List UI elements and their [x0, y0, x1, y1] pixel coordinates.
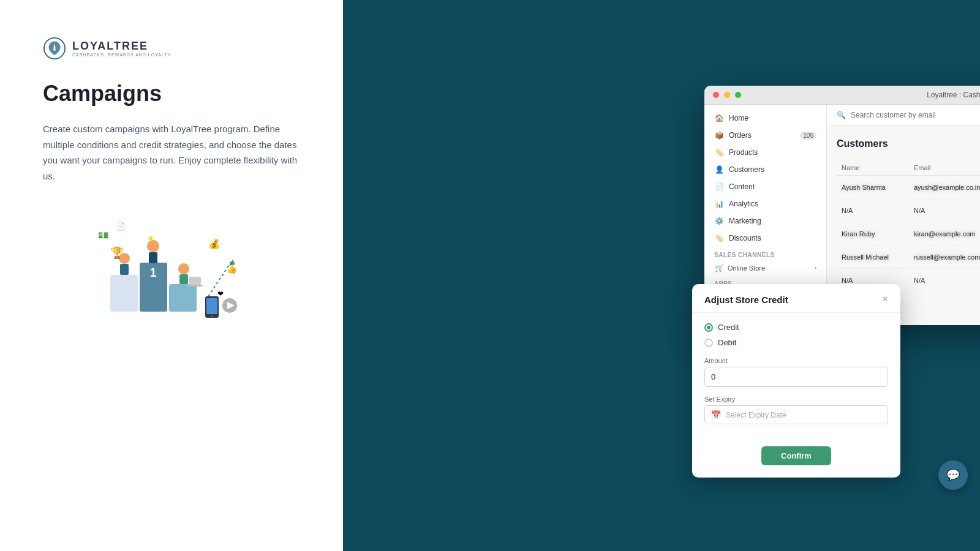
credit-radio-button[interactable]	[704, 323, 713, 332]
sidebar-item-home[interactable]: 🏠 Home	[704, 110, 826, 127]
orders-badge: 105	[800, 132, 816, 140]
search-icon: 🔍	[837, 111, 846, 119]
table-header: Name Email Credited Balance Total Utiliz…	[837, 160, 980, 176]
col-email: Email	[909, 160, 980, 176]
svg-rect-8	[120, 264, 129, 275]
cell-name: Kiran Ruby	[837, 222, 909, 246]
illustration: 1 🏆 ★ 💰 👍	[43, 211, 300, 321]
sidebar-item-products[interactable]: 🏷️ Products	[704, 144, 826, 161]
set-expiry-label: Set Expiry	[704, 395, 888, 403]
dialog-title: Adjust Store Credit	[704, 294, 788, 305]
sidebar-item-marketing-label: Marketing	[729, 217, 761, 225]
content-icon: 📄	[714, 182, 724, 191]
svg-text:1: 1	[149, 266, 156, 279]
customers-header: Customers Issue store credit	[837, 136, 980, 152]
svg-rect-15	[189, 277, 201, 285]
sidebar-item-discounts-label: Discounts	[729, 234, 761, 242]
window-max-dot[interactable]	[735, 92, 741, 98]
expiry-date-input[interactable]: 📅 Select Expiry Date	[704, 405, 888, 424]
cell-email: ayush@example.co.in	[909, 176, 980, 199]
cell-email: russell@example.com	[909, 246, 980, 269]
cell-name: N/A	[837, 199, 909, 222]
chevron-right-icon: ›	[815, 265, 816, 271]
home-icon: 🏠	[714, 114, 724, 122]
svg-rect-25	[206, 298, 217, 314]
table-row: Ayush Sharma ayush@example.co.in 34.5K I…	[837, 176, 980, 199]
analytics-icon: 📊	[714, 200, 724, 208]
cell-name: Ayush Sharma	[837, 176, 909, 199]
svg-rect-3	[110, 275, 138, 312]
page-title: Campaigns	[43, 81, 300, 107]
sidebar-item-analytics[interactable]: 📊 Analytics	[704, 195, 826, 212]
customers-table: Name Email Credited Balance Total Utiliz…	[837, 160, 980, 292]
cell-email: N/A	[909, 269, 980, 292]
credit-radio-label: Credit	[718, 323, 739, 332]
sidebar-item-customers[interactable]: 👤 Customers	[704, 161, 826, 178]
svg-rect-5	[169, 284, 197, 312]
logo-text: LOYALTREE CASHBACKS, REWARDS AND LOYALTY	[72, 40, 171, 57]
table-body: Ayush Sharma ayush@example.co.in 34.5K I…	[837, 176, 980, 292]
products-icon: 🏷️	[714, 148, 724, 157]
radio-group: Credit Debit	[704, 323, 888, 347]
cell-name: Russell Michael	[837, 246, 909, 269]
table-row: Kiran Ruby kiran@example.com 58.00 INR 2…	[837, 222, 980, 246]
online-store-label: Online Store	[728, 264, 765, 272]
orders-icon: 📦	[714, 131, 724, 140]
sidebar-item-discounts[interactable]: 🏷️ Discounts	[704, 230, 826, 247]
chat-bubble[interactable]: 💬	[938, 460, 968, 490]
window-titlebar: Loyaltree : Cashbacks & Reward 👤	[704, 86, 980, 105]
svg-point-13	[178, 263, 189, 274]
chat-icon: 💬	[946, 468, 960, 482]
sidebar-item-orders-label: Orders	[729, 131, 752, 140]
sidebar-item-content-label: Content	[729, 182, 755, 191]
online-store-icon: 🛒	[714, 264, 724, 272]
sidebar-item-content[interactable]: 📄 Content	[704, 178, 826, 195]
window-close-dot[interactable]	[713, 92, 719, 98]
calendar-icon: 📅	[711, 410, 721, 419]
svg-rect-16	[187, 285, 203, 287]
svg-text:💰: 💰	[208, 238, 221, 250]
confirm-button[interactable]: Confirm	[761, 446, 831, 465]
logo-tagline: CASHBACKS, REWARDS AND LOYALTY	[72, 53, 171, 57]
logo-name: LOYALTREE	[72, 40, 171, 53]
customers-title: Customers	[837, 138, 888, 149]
debit-radio-item[interactable]: Debit	[704, 338, 888, 347]
campaigns-description: Create custom campaigns with LoyalTree p…	[43, 121, 300, 184]
window-title: Loyaltree : Cashbacks & Reward	[746, 91, 980, 99]
right-panel: Loyaltree : Cashbacks & Reward 👤 🏠 Home …	[343, 0, 980, 551]
svg-rect-14	[179, 274, 188, 284]
svg-text:💵: 💵	[98, 230, 109, 241]
dialog-close-button[interactable]: ×	[883, 294, 888, 305]
sales-channels-label: Sales channels	[704, 247, 826, 261]
sidebar-item-online-store[interactable]: 🛒 Online Store ›	[704, 261, 826, 276]
amount-label: Amount	[704, 357, 888, 364]
col-name: Name	[837, 160, 909, 176]
svg-text:📄: 📄	[116, 222, 126, 231]
dialog-footer: Confirm	[692, 446, 900, 478]
window-min-dot[interactable]	[724, 92, 730, 98]
table-row: Russell Michael russell@example.com 0.00…	[837, 246, 980, 269]
amount-input[interactable]	[704, 367, 888, 387]
sidebar-item-analytics-label: Analytics	[729, 200, 758, 208]
svg-rect-11	[149, 252, 157, 263]
svg-text:★: ★	[147, 233, 155, 243]
sidebar-item-products-label: Products	[729, 148, 758, 157]
expiry-placeholder: Select Expiry Date	[726, 411, 786, 419]
logo-icon	[43, 37, 66, 60]
search-input[interactable]	[851, 111, 980, 119]
svg-point-1	[53, 48, 56, 51]
table-row: N/A N/A 0.00 INR 0.00 INR Adjust Credit	[837, 199, 980, 222]
sidebar-item-home-label: Home	[729, 114, 748, 122]
svg-text:❤: ❤	[217, 290, 224, 298]
sidebar-item-orders[interactable]: 📦 Orders 105	[704, 127, 826, 144]
debit-radio-button[interactable]	[704, 339, 713, 347]
svg-text:🏆: 🏆	[110, 246, 124, 260]
sidebar-item-marketing[interactable]: ⚙️ Marketing	[704, 212, 826, 230]
logo-area: LOYALTREE CASHBACKS, REWARDS AND LOYALTY	[43, 37, 300, 60]
table-header-row: Name Email Credited Balance Total Utiliz…	[837, 160, 980, 176]
cell-email: kiran@example.com	[909, 222, 980, 246]
sidebar-item-customers-label: Customers	[729, 165, 764, 174]
svg-text:👍: 👍	[227, 264, 238, 274]
search-bar: 🔍	[827, 105, 980, 126]
credit-radio-item[interactable]: Credit	[704, 323, 888, 332]
